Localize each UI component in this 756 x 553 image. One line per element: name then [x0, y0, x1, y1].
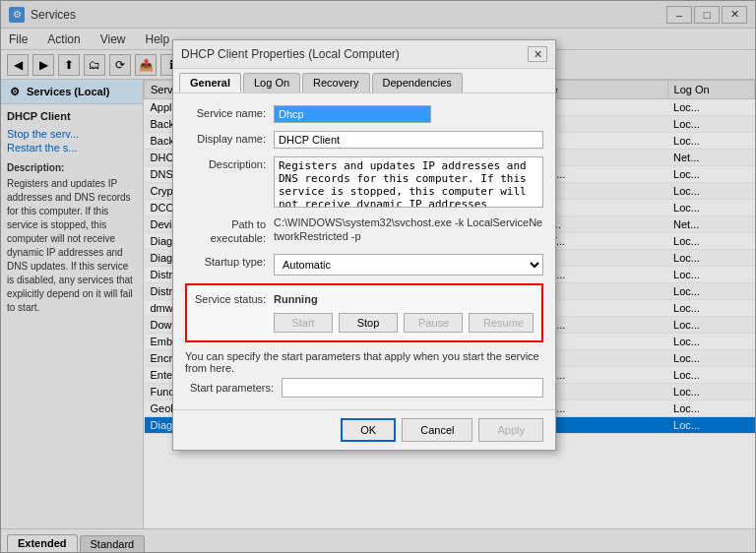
- startup-type-label: Startup type:: [185, 254, 274, 268]
- left-panel-title: ⚙ Services (Local): [1, 80, 143, 104]
- left-panel-title-text: Services (Local): [27, 86, 109, 97]
- service-status-label: Service status:: [195, 293, 274, 305]
- start-params-input[interactable]: [282, 378, 543, 398]
- toolbar-export[interactable]: 📤: [135, 54, 157, 76]
- service-name-label: Service name:: [185, 105, 274, 119]
- modal-close-button[interactable]: ✕: [528, 46, 547, 62]
- service-name-input[interactable]: [274, 105, 431, 123]
- description-textarea[interactable]: [274, 156, 543, 208]
- service-status-box: Service status: Running Start Stop Pause…: [185, 283, 543, 342]
- selected-service-name: DHCP Client: [7, 110, 137, 122]
- left-panel-description: Description: Registers and updates IP ad…: [7, 161, 137, 315]
- service-status-value: Running: [274, 293, 318, 305]
- left-panel: ⚙ Services (Local) DHCP Client Stop the …: [1, 80, 144, 528]
- tab-extended[interactable]: Extended: [7, 534, 78, 552]
- description-label: Description:: [185, 156, 274, 170]
- toolbar-show-hide[interactable]: 🗂: [84, 54, 105, 76]
- bottom-tabs: Extended Standard: [1, 528, 755, 552]
- apply-button[interactable]: Apply: [478, 418, 543, 442]
- toolbar-back[interactable]: ◀: [7, 54, 29, 76]
- stop-service-link[interactable]: Stop the serv...: [7, 128, 137, 140]
- tab-standard[interactable]: Standard: [80, 535, 146, 552]
- restart-service-link[interactable]: Restart the s...: [7, 142, 137, 154]
- close-button[interactable]: ✕: [722, 6, 747, 24]
- ok-button[interactable]: OK: [341, 418, 396, 442]
- toolbar-refresh[interactable]: ⟳: [109, 54, 131, 76]
- left-panel-content: DHCP Client Stop the serv... Restart the…: [1, 104, 143, 321]
- minimize-button[interactable]: –: [666, 6, 692, 24]
- cancel-button[interactable]: Cancel: [402, 418, 472, 442]
- modal-footer: OK Cancel Apply: [173, 409, 555, 450]
- service-status-row: Service status: Running: [195, 293, 534, 305]
- path-value: C:\WINDOWS\system32\svchost.exe -k Local…: [274, 215, 543, 244]
- modal-title-bar: DHCP Client Properties (Local Computer) …: [173, 40, 555, 69]
- stop-button[interactable]: Stop: [339, 313, 398, 333]
- app-icon: ⚙: [9, 7, 25, 23]
- description-text: Registers and updates IP addresses and D…: [7, 178, 133, 313]
- display-name-input[interactable]: [274, 131, 543, 149]
- description-row: Description:: [185, 156, 543, 208]
- toolbar-up[interactable]: ⬆: [58, 54, 80, 76]
- path-label: Path to executable:: [185, 215, 274, 246]
- menu-help[interactable]: Help: [142, 31, 174, 48]
- col-logon[interactable]: Log On: [667, 81, 754, 99]
- modal-tabs: General Log On Recovery Dependencies: [173, 69, 555, 93]
- modal-title: DHCP Client Properties (Local Computer): [181, 47, 528, 61]
- service-action-buttons: Start Stop Pause Resume: [274, 313, 534, 333]
- menu-file[interactable]: File: [5, 31, 32, 48]
- modal-dialog: DHCP Client Properties (Local Computer) …: [172, 39, 556, 451]
- maximize-button[interactable]: □: [694, 6, 720, 24]
- title-bar: ⚙ Services – □ ✕: [1, 1, 755, 29]
- resume-button[interactable]: Resume: [469, 313, 534, 333]
- menu-view[interactable]: View: [96, 31, 130, 48]
- service-name-row: Service name:: [185, 105, 543, 123]
- startup-type-select[interactable]: Automatic Automatic (Delayed Start) Manu…: [274, 254, 543, 276]
- modal-tab-general[interactable]: General: [179, 73, 241, 92]
- start-params-row: Start parameters:: [185, 378, 543, 398]
- toolbar-forward[interactable]: ▶: [32, 54, 54, 76]
- startup-type-row: Startup type: Automatic Automatic (Delay…: [185, 254, 543, 276]
- path-row: Path to executable: C:\WINDOWS\system32\…: [185, 215, 543, 246]
- start-params-label: Start parameters:: [185, 382, 274, 394]
- modal-tab-recovery[interactable]: Recovery: [302, 73, 369, 92]
- pause-button[interactable]: Pause: [404, 313, 463, 333]
- start-params-note: You can specify the start parameters tha…: [185, 350, 543, 374]
- modal-body: Service name: Display name: Description:…: [173, 93, 555, 409]
- display-name-label: Display name:: [185, 131, 274, 145]
- display-name-row: Display name:: [185, 131, 543, 149]
- menu-action[interactable]: Action: [43, 31, 84, 48]
- services-icon: ⚙: [7, 84, 23, 99]
- title-bar-buttons: – □ ✕: [666, 6, 747, 24]
- start-button[interactable]: Start: [274, 313, 333, 333]
- modal-tab-dependencies[interactable]: Dependencies: [372, 73, 463, 92]
- app-title: Services: [31, 8, 666, 22]
- modal-tab-logon[interactable]: Log On: [243, 73, 300, 92]
- description-label: Description:: [7, 161, 137, 175]
